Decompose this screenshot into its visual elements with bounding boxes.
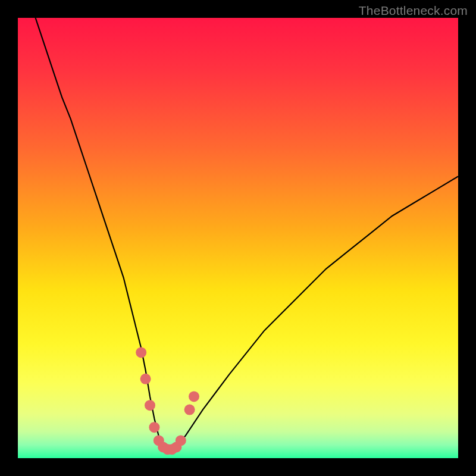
bottleneck-marker (149, 422, 159, 433)
bottleneck-marker (136, 347, 146, 358)
bottleneck-marker (145, 400, 155, 411)
chart-background (18, 18, 458, 458)
watermark-label: TheBottleneck.com (359, 4, 468, 18)
chart-svg (18, 18, 458, 458)
bottleneck-chart (18, 18, 458, 458)
bottleneck-marker (189, 391, 199, 402)
bottleneck-marker (140, 374, 151, 384)
bottleneck-marker (184, 405, 195, 415)
bottleneck-marker (176, 435, 186, 446)
